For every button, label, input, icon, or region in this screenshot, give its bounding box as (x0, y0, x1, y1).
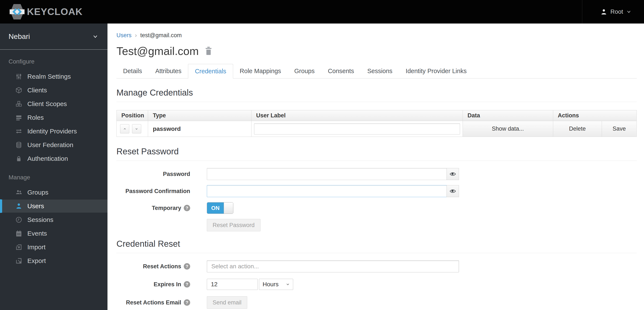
keycloak-hexagon-icon (10, 3, 25, 20)
sidebar-item-realm-settings[interactable]: Realm Settings (0, 70, 108, 83)
tab-sessions[interactable]: Sessions (361, 64, 399, 78)
expires-in-help-icon[interactable]: ? (184, 281, 190, 287)
sidebar-item-label: User Federation (27, 141, 73, 149)
sidebar: Nebari Configure Realm Settings (0, 24, 108, 310)
save-credential-button[interactable]: Save (602, 121, 636, 137)
person-icon (601, 9, 607, 15)
show-data-button[interactable]: Show data... (462, 121, 553, 137)
sidebar-item-export[interactable]: Export (0, 254, 108, 268)
tab-bar: Details Attributes Credentials Role Mapp… (116, 64, 637, 79)
breadcrumb: Users › test@gmail.com (116, 24, 637, 39)
section-label-configure: Configure (0, 58, 108, 65)
expires-in-input[interactable] (207, 279, 258, 290)
user-label-input[interactable] (254, 123, 460, 134)
reset-actions-select[interactable]: Select an action... (207, 260, 459, 272)
chevron-up-icon (123, 127, 126, 131)
tab-consents[interactable]: Consents (321, 64, 361, 78)
sidebar-item-clients[interactable]: Clients (0, 83, 108, 97)
sidebar-item-label: Clients (27, 87, 47, 94)
sidebar-item-roles[interactable]: Roles (0, 111, 108, 124)
sidebar-item-sessions[interactable]: Sessions (0, 213, 108, 227)
breadcrumb-users-link[interactable]: Users (116, 32, 132, 39)
eye-icon (450, 188, 456, 194)
realm-selector[interactable]: Nebari (0, 24, 108, 50)
password-confirmation-label: Password Confirmation (116, 188, 190, 195)
move-up-button[interactable] (120, 124, 129, 133)
tab-role-mappings[interactable]: Role Mappings (233, 64, 288, 78)
tab-identity-provider-links[interactable]: Identity Provider Links (399, 64, 473, 78)
sidebar-item-label: Export (27, 257, 46, 264)
reset-password-heading: Reset Password (116, 147, 637, 161)
sidebar-item-users[interactable]: Users (0, 199, 108, 213)
lock-icon (15, 155, 23, 162)
move-down-button[interactable] (132, 124, 141, 133)
toggle-on-label: ON (207, 202, 224, 214)
chevron-down-icon (135, 127, 138, 131)
tab-credentials[interactable]: Credentials (188, 64, 233, 79)
sidebar-item-groups[interactable]: Groups (0, 186, 108, 199)
show-password-button[interactable] (446, 168, 459, 180)
groups-icon (15, 189, 23, 196)
chevron-down-icon (92, 34, 98, 39)
manage-credentials-heading: Manage Credentials (116, 88, 637, 102)
delete-user-button[interactable] (205, 47, 212, 56)
tab-details[interactable]: Details (116, 64, 149, 78)
calendar-icon (15, 230, 23, 237)
credential-reset-heading: Credential Reset (116, 239, 637, 253)
sidebar-item-label: Sessions (27, 216, 54, 223)
sidebar-item-label: Authentication (27, 155, 68, 162)
sidebar-item-label: Client Scopes (27, 100, 67, 108)
cubes-icon (15, 101, 23, 107)
reset-actions-label: Reset Actions (143, 263, 181, 270)
sidebar-item-events[interactable]: Events (0, 227, 108, 240)
temporary-toggle[interactable]: ON (207, 202, 233, 214)
toggle-handle (224, 202, 233, 214)
list-icon (15, 114, 23, 121)
reset-actions-help-icon[interactable]: ? (184, 263, 190, 270)
expires-in-label: Expires In (154, 281, 181, 288)
top-header: KEYCLOAK Root (0, 0, 644, 24)
sidebar-item-authentication[interactable]: Authentication (0, 152, 108, 165)
tab-groups[interactable]: Groups (288, 64, 321, 78)
send-email-button[interactable]: Send email (207, 296, 247, 309)
sidebar-item-identity-providers[interactable]: Identity Providers (0, 124, 108, 138)
realm-name: Nebari (8, 32, 30, 41)
reset-actions-email-help-icon[interactable]: ? (184, 299, 190, 306)
keycloak-logo: KEYCLOAK (10, 3, 83, 20)
user-menu[interactable]: Root (582, 0, 644, 24)
reset-password-button[interactable]: Reset Password (207, 219, 260, 231)
database-icon (15, 142, 23, 148)
tab-attributes[interactable]: Attributes (149, 64, 188, 78)
main-content: Users › test@gmail.com Test@gmail.com De… (108, 24, 644, 310)
chevron-down-icon (286, 282, 290, 286)
expires-in-unit-select[interactable]: Hours (259, 279, 293, 290)
password-label: Password (116, 171, 190, 177)
user-name: Root (610, 8, 623, 15)
eye-icon (450, 171, 456, 177)
sidebar-item-client-scopes[interactable]: Client Scopes (0, 97, 108, 111)
col-header-user-label: User Label (251, 110, 462, 121)
cube-icon (15, 87, 23, 94)
password-input[interactable] (207, 168, 447, 180)
sidebar-item-label: Import (27, 243, 46, 251)
user-icon (15, 203, 23, 209)
sidebar-item-user-federation[interactable]: User Federation (0, 138, 108, 152)
password-confirmation-input[interactable] (207, 185, 447, 197)
table-header-row: Position Type User Label Data Actions (117, 110, 637, 121)
temporary-label: Temporary (152, 205, 181, 211)
export-icon (15, 257, 23, 264)
sidebar-item-label: Identity Providers (27, 128, 77, 135)
import-icon (15, 244, 23, 250)
expires-in-unit-value: Hours (262, 281, 279, 288)
temporary-help-icon[interactable]: ? (184, 205, 190, 211)
show-password-confirmation-button[interactable] (446, 185, 459, 197)
sidebar-item-label: Groups (27, 189, 48, 196)
credential-type: password (148, 121, 252, 137)
col-header-data: Data (462, 110, 553, 121)
clock-icon (15, 216, 23, 223)
sidebar-item-import[interactable]: Import (0, 240, 108, 254)
breadcrumb-separator: › (135, 32, 137, 39)
sidebar-item-label: Events (27, 230, 47, 237)
delete-credential-button[interactable]: Delete (553, 121, 602, 137)
trash-icon (205, 47, 212, 56)
